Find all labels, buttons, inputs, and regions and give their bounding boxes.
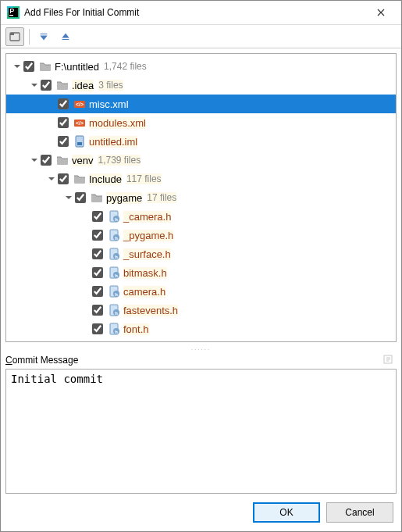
tree-file-row[interactable]: hbitmask.h (6, 263, 396, 282)
toolbar (1, 25, 401, 48)
svg-rect-11 (77, 142, 82, 145)
tree-expander-placeholder (45, 98, 58, 110)
tree-checkbox[interactable] (92, 248, 103, 259)
tree-expander-placeholder (80, 323, 92, 335)
tree-folder-row[interactable]: .idea3 files (6, 76, 396, 95)
tree-item-name: _pygame.h (123, 230, 173, 241)
header-icon: h (108, 248, 120, 260)
folder-icon (73, 173, 86, 185)
button-bar: OK Cancel (1, 494, 401, 531)
tree-expander-placeholder (80, 285, 92, 298)
svg-text:</>: </> (76, 102, 84, 107)
tree-checkbox[interactable] (58, 173, 69, 184)
tree-expander[interactable] (62, 191, 75, 204)
folder-icon (56, 79, 69, 91)
tree-expander[interactable] (28, 154, 41, 166)
tree-item-name: venv (72, 155, 93, 166)
tree-item-name: _camera.h (123, 211, 171, 223)
commit-history-button[interactable] (382, 353, 397, 367)
tree-file-row[interactable]: h_surface.h (6, 245, 396, 263)
svg-rect-3 (9, 15, 13, 16)
expand-all-button[interactable] (34, 27, 53, 46)
tree-folder-row[interactable]: Include117 files (6, 170, 396, 188)
svg-text:h: h (115, 292, 118, 297)
tree-item-count: 3 files (98, 80, 123, 91)
tree-item-count: 1,742 files (104, 61, 147, 72)
tree-file-row[interactable]: hfont.h (6, 320, 396, 338)
tree-item-name: bitmask.h (123, 267, 167, 279)
dialog-add-files-for-initial-commit: Add Files For Initial Commit F:\untitled… (0, 0, 402, 532)
group-by-directory-button[interactable] (5, 27, 24, 46)
file-tree[interactable]: F:\untitled1,742 files.idea3 files</>mis… (5, 53, 397, 342)
tree-folder-row[interactable]: venv1,739 files (6, 151, 396, 170)
tree-expander-placeholder (80, 229, 92, 241)
tree-checkbox[interactable] (92, 323, 103, 334)
collapse-all-button[interactable] (56, 27, 75, 46)
svg-text:h: h (115, 217, 118, 222)
tree-file-row[interactable]: untitled.iml (6, 132, 396, 151)
header-icon: h (108, 285, 120, 298)
dialog-title: Add Files For Initial Commit (24, 7, 365, 18)
tree-item-name: _surface.h (123, 248, 171, 260)
header-icon: h (108, 304, 120, 316)
cancel-button[interactable]: Cancel (326, 502, 393, 523)
commit-message-input[interactable] (5, 369, 397, 494)
tree-item-name: font.h (123, 323, 149, 335)
iml-icon (73, 135, 86, 148)
tree-checkbox[interactable] (92, 211, 103, 222)
tree-item-count: 17 files (147, 192, 176, 203)
header-icon: h (108, 323, 120, 335)
tree-checkbox[interactable] (92, 267, 103, 278)
xml-icon: </> (73, 116, 86, 129)
tree-checkbox[interactable] (92, 230, 103, 241)
tree-checkbox[interactable] (23, 61, 34, 72)
svg-rect-5 (10, 33, 14, 35)
toolbar-separator (29, 29, 30, 45)
tree-item-name: misc.xml (89, 98, 129, 110)
tree-expander-placeholder (80, 266, 92, 279)
commit-message-label: Commit Message (5, 355, 78, 366)
tree-item-name: pygame (106, 192, 142, 204)
tree-folder-row[interactable]: F:\untitled1,742 files (6, 57, 396, 76)
tree-expander[interactable] (28, 79, 41, 91)
titlebar: Add Files For Initial Commit (1, 1, 401, 25)
tree-expander[interactable] (11, 60, 23, 73)
pycharm-icon (7, 6, 20, 19)
header-icon: h (108, 266, 120, 279)
tree-checkbox[interactable] (75, 192, 86, 203)
xml-icon: </> (73, 98, 86, 110)
tree-file-row[interactable]: h_pygame.h (6, 226, 396, 245)
tree-item-count: 1,739 files (98, 155, 141, 166)
ok-button[interactable]: OK (253, 502, 320, 523)
svg-text:h: h (115, 255, 118, 259)
tree-folder-row[interactable]: pygame17 files (6, 188, 396, 207)
tree-item-name: modules.xml (89, 117, 146, 129)
tree-checkbox[interactable] (41, 80, 52, 91)
svg-text:h: h (115, 236, 118, 241)
svg-text:</>: </> (76, 120, 84, 126)
tree-file-row[interactable]: h_camera.h (6, 207, 396, 226)
svg-text:h: h (115, 273, 118, 278)
tree-checkbox[interactable] (58, 98, 69, 109)
header-icon: h (108, 229, 120, 241)
folder-icon (56, 154, 69, 166)
svg-text:h: h (115, 330, 118, 334)
tree-file-row[interactable]: hcamera.h (6, 282, 396, 301)
tree-checkbox[interactable] (58, 117, 69, 128)
tree-checkbox[interactable] (41, 155, 52, 166)
tree-checkbox[interactable] (92, 305, 103, 316)
tree-expander-placeholder (45, 135, 58, 148)
header-icon: h (108, 210, 120, 223)
close-button[interactable] (365, 1, 397, 24)
tree-checkbox[interactable] (92, 286, 103, 297)
tree-expander[interactable] (45, 173, 58, 185)
tree-item-name: fastevents.h (123, 305, 178, 316)
tree-item-name: F:\untitled (55, 61, 99, 73)
tree-expander-placeholder (80, 210, 92, 223)
tree-item-name: untitled.iml (89, 136, 137, 148)
tree-expander-placeholder (80, 248, 92, 260)
tree-checkbox[interactable] (58, 136, 69, 147)
tree-file-row[interactable]: hfastevents.h (6, 301, 396, 320)
tree-file-row[interactable]: </>modules.xml (6, 113, 396, 132)
tree-file-row[interactable]: </>misc.xml (6, 95, 396, 113)
